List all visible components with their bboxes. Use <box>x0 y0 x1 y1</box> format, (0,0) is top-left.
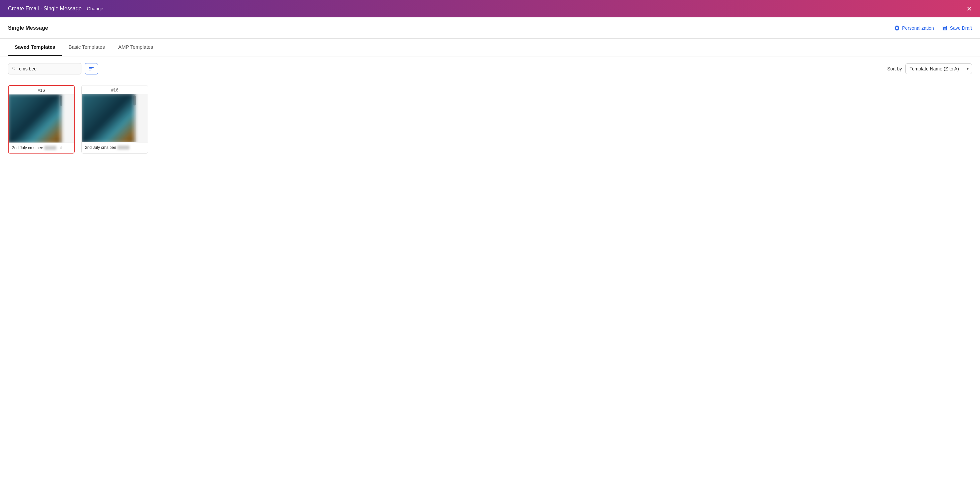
card-name-prefix-2: 2nd July cms bee <box>85 145 116 150</box>
save-draft-button[interactable]: Save Draft <box>942 25 972 31</box>
header-title: Create Email - Single Message <box>8 6 82 12</box>
card-name-blur-1 <box>45 146 56 150</box>
card-thumbnail-1 <box>9 94 61 142</box>
header-change-link[interactable]: Change <box>87 6 103 11</box>
filter-button[interactable] <box>85 63 98 75</box>
card-thumbnail-2 <box>82 94 134 142</box>
sub-header: Single Message Personalization Save Draf… <box>0 18 980 39</box>
card-image-2 <box>82 94 148 142</box>
header-actions: Personalization Save Draft <box>894 25 972 31</box>
card-name-suffix-1: - fr <box>58 145 63 150</box>
save-draft-label: Save Draft <box>950 25 972 31</box>
template-card-1[interactable]: #16 2nd July cms bee - fr <box>8 85 75 153</box>
card-image-1 <box>9 94 74 142</box>
tab-basic-templates[interactable]: Basic Templates <box>62 39 111 56</box>
template-card-2[interactable]: #16 2nd July cms bee <box>81 85 148 153</box>
sort-wrapper: Sort by Template Name (Z to A) Template … <box>887 64 972 74</box>
header-bar: Create Email - Single Message Change ✕ <box>0 0 980 18</box>
card-footer-1: 2nd July cms bee - fr <box>9 142 74 153</box>
gear-icon <box>894 25 900 31</box>
search-wrapper <box>8 63 81 75</box>
personalization-button[interactable]: Personalization <box>894 25 934 31</box>
save-icon <box>942 25 948 31</box>
page-title: Single Message <box>8 25 48 31</box>
close-button[interactable]: ✕ <box>966 5 972 12</box>
sort-select[interactable]: Template Name (Z to A) Template Name (A … <box>905 64 972 74</box>
tab-amp-templates[interactable]: AMP Templates <box>111 39 160 56</box>
tab-saved-templates[interactable]: Saved Templates <box>8 39 62 56</box>
templates-grid: #16 2nd July cms bee - fr #16 <box>0 80 980 167</box>
search-icon <box>11 66 16 72</box>
card-number-1: #16 <box>9 86 74 94</box>
sort-select-wrap: Template Name (Z to A) Template Name (A … <box>905 64 972 74</box>
toolbar: Sort by Template Name (Z to A) Template … <box>0 56 980 80</box>
card-preview-1: #16 <box>9 86 74 142</box>
card-footer-2: 2nd July cms bee <box>82 142 148 153</box>
search-input[interactable] <box>8 63 81 75</box>
card-preview-2: #16 <box>82 86 148 142</box>
main-content: Saved Templates Basic Templates AMP Temp… <box>0 39 980 494</box>
card-number-2: #16 <box>82 86 148 94</box>
card-name-prefix-1: 2nd July cms bee <box>12 145 43 150</box>
toolbar-left <box>8 63 98 75</box>
card-name-blur-2 <box>118 145 129 150</box>
sort-label: Sort by <box>887 66 902 72</box>
tabs-container: Saved Templates Basic Templates AMP Temp… <box>0 39 980 56</box>
personalization-label: Personalization <box>902 25 934 31</box>
header-left: Create Email - Single Message Change <box>8 6 103 12</box>
